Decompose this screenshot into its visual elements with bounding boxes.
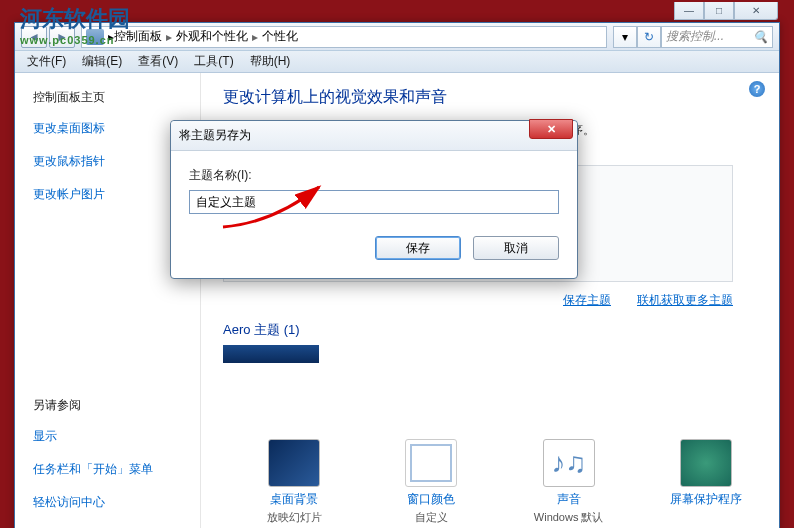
save-theme-dialog: 将主题另存为 ✕ 主题名称(I): 保存 取消	[170, 120, 578, 279]
desktop-background-setting[interactable]: 桌面背景 放映幻灯片	[235, 439, 353, 525]
sound-setting[interactable]: ♪♫ 声音 Windows 默认	[510, 439, 628, 525]
aero-theme-thumbnail[interactable]	[223, 345, 319, 363]
breadcrumb-seg[interactable]: 控制面板	[114, 28, 162, 45]
see-also-display[interactable]: 显示	[33, 428, 190, 445]
breadcrumb-seg[interactable]: 个性化	[262, 28, 298, 45]
help-icon[interactable]: ?	[749, 81, 765, 97]
window-close-button[interactable]: ✕	[734, 2, 778, 20]
search-icon[interactable]: 🔍	[753, 30, 768, 44]
desktop-background-icon	[268, 439, 320, 487]
window-minimize-button[interactable]: —	[674, 2, 704, 20]
window-color-setting[interactable]: 窗口颜色 自定义	[372, 439, 490, 525]
menu-tools[interactable]: 工具(T)	[186, 51, 241, 72]
window-maximize-button[interactable]: □	[704, 2, 734, 20]
dialog-titlebar[interactable]: 将主题另存为 ✕	[171, 121, 577, 151]
sidebar-home[interactable]: 控制面板主页	[33, 89, 190, 106]
dialog-title-text: 将主题另存为	[179, 127, 251, 144]
dialog-close-button[interactable]: ✕	[529, 119, 573, 139]
sound-icon: ♪♫	[543, 439, 595, 487]
menu-file[interactable]: 文件(F)	[19, 51, 74, 72]
menu-edit[interactable]: 编辑(E)	[74, 51, 130, 72]
sidebar-link-account-picture[interactable]: 更改帐户图片	[33, 186, 190, 203]
sidebar-link-mouse-pointer[interactable]: 更改鼠标指针	[33, 153, 190, 170]
screen-saver-icon	[680, 439, 732, 487]
see-also-ease-of-access[interactable]: 轻松访问中心	[33, 494, 190, 511]
theme-name-input[interactable]	[189, 190, 559, 214]
see-also-taskbar[interactable]: 任务栏和「开始」菜单	[33, 461, 190, 478]
breadcrumb-seg[interactable]: 外观和个性化	[176, 28, 248, 45]
theme-name-label: 主题名称(I):	[189, 167, 559, 184]
search-input[interactable]: 搜索控制... 🔍	[661, 26, 773, 48]
search-placeholder: 搜索控制...	[666, 28, 724, 45]
refresh-button[interactable]: ↻	[637, 26, 661, 48]
screen-saver-setting[interactable]: 屏幕保护程序	[647, 439, 765, 525]
back-button[interactable]: ◄	[21, 26, 47, 48]
aero-themes-heading: Aero 主题 (1)	[223, 321, 761, 339]
menu-bar: 文件(F) 编辑(E) 查看(V) 工具(T) 帮助(H)	[15, 51, 779, 73]
breadcrumb-dropdown-button[interactable]: ▾	[613, 26, 637, 48]
page-title: 更改计算机上的视觉效果和声音	[223, 87, 761, 108]
get-more-themes-link[interactable]: 联机获取更多主题	[637, 292, 733, 309]
see-also-heading: 另请参阅	[33, 397, 190, 414]
control-panel-icon	[86, 29, 104, 45]
forward-button[interactable]: ►	[49, 26, 75, 48]
save-theme-link[interactable]: 保存主题	[563, 292, 611, 309]
window-color-icon	[405, 439, 457, 487]
save-button[interactable]: 保存	[375, 236, 461, 260]
breadcrumb[interactable]: ▸ 控制面板 ▸ 外观和个性化 ▸ 个性化	[81, 26, 607, 48]
cancel-button[interactable]: 取消	[473, 236, 559, 260]
address-toolbar: ◄ ► ▸ 控制面板 ▸ 外观和个性化 ▸ 个性化 ▾ ↻ 搜索控制... 🔍	[15, 23, 779, 51]
sidebar-link-desktop-icons[interactable]: 更改桌面图标	[33, 120, 190, 137]
footer-settings-row: 桌面背景 放映幻灯片 窗口颜色 自定义 ♪♫ 声音 Windows 默认 屏幕保…	[235, 439, 765, 525]
menu-help[interactable]: 帮助(H)	[242, 51, 299, 72]
menu-view[interactable]: 查看(V)	[130, 51, 186, 72]
